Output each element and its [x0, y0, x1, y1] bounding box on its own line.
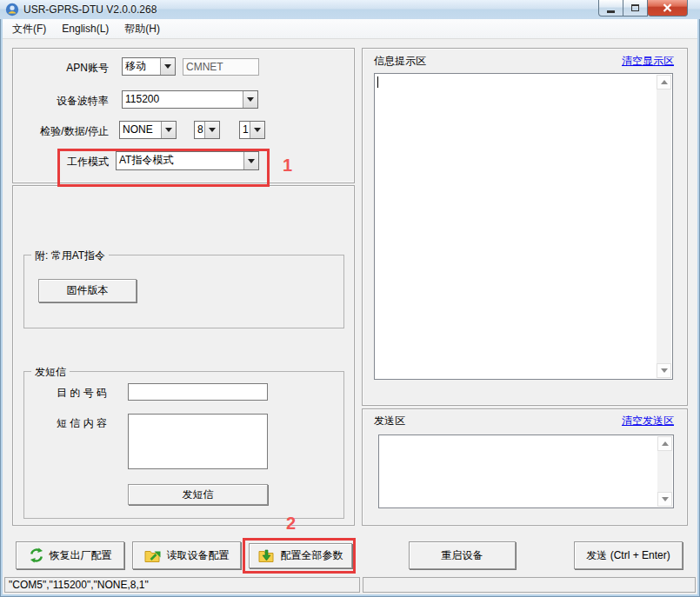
- baud-select[interactable]: 115200: [122, 90, 258, 109]
- triangle-up-icon: [662, 441, 669, 446]
- menu-help[interactable]: 帮助(H): [117, 19, 168, 39]
- annotation-number-2: 2: [286, 514, 296, 534]
- restart-device-button[interactable]: 重启设备: [409, 541, 516, 569]
- chevron-down-icon: [209, 128, 216, 132]
- databits-dropdown-button[interactable]: [204, 122, 219, 138]
- restore-factory-button[interactable]: 恢复出厂配置: [16, 541, 124, 569]
- title-bar: USR-GPRS-DTU V2.0.0.268: [0, 0, 700, 19]
- folder-import-icon: [258, 548, 276, 563]
- databits-select-value: 8: [195, 122, 204, 138]
- clear-info-link[interactable]: 清空显示区: [622, 54, 674, 69]
- stopbits-select[interactable]: 1: [239, 121, 265, 139]
- info-panel-title: 信息提示区: [374, 54, 426, 69]
- text-caret: [377, 76, 378, 88]
- clear-send-link[interactable]: 清空发送区: [622, 414, 674, 428]
- parity-select-value: NONE: [120, 122, 161, 138]
- apn-code-field[interactable]: CMNET: [183, 58, 259, 76]
- parity-select[interactable]: NONE: [119, 121, 177, 139]
- sms-group-title: 发短信: [31, 365, 70, 380]
- baud-select-value: 115200: [123, 91, 243, 108]
- scroll-up-button[interactable]: [657, 75, 671, 90]
- menu-bar: 文件(F) English(L) 帮助(H): [3, 19, 697, 39]
- triangle-down-icon: [662, 497, 669, 501]
- send-button-label: 发送 (Ctrl + Enter): [586, 548, 670, 563]
- client-area: APN账号 移动 CMNET 设备波特率 115200 检验/数据/停止 NON…: [3, 39, 697, 575]
- sms-send-label: 发短信: [183, 488, 214, 502]
- send-scrollbar[interactable]: [657, 436, 672, 507]
- sms-phone-input[interactable]: [128, 383, 268, 401]
- maximize-button[interactable]: [623, 0, 648, 17]
- stopbits-dropdown-button[interactable]: [250, 122, 264, 138]
- triangle-up-icon: [661, 80, 668, 84]
- folder-export-icon: [144, 548, 162, 563]
- at-command-group-title: 附: 常用AT指令: [31, 249, 109, 263]
- menu-file[interactable]: 文件(F): [4, 19, 54, 39]
- minimize-button[interactable]: [598, 0, 623, 17]
- window-controls: [598, 0, 688, 17]
- configure-all-label: 配置全部参数: [281, 548, 343, 563]
- info-scrollbar[interactable]: [657, 75, 671, 378]
- sms-phone-label: 目 的 号 码: [57, 386, 107, 401]
- status-extra: [363, 577, 696, 593]
- close-button[interactable]: [648, 0, 688, 17]
- triangle-down-icon: [661, 368, 668, 373]
- status-bar: "COM5","115200","NONE,8,1": [3, 575, 697, 594]
- restore-factory-label: 恢复出厂配置: [50, 548, 112, 563]
- window-title: USR-GPRS-DTU V2.0.0.268: [23, 3, 157, 16]
- read-config-button[interactable]: 读取设备配置: [132, 541, 241, 569]
- close-icon: [663, 3, 672, 12]
- apn-select-value: 移动: [123, 58, 160, 75]
- send-panel-title: 发送区: [374, 414, 405, 428]
- info-display-area[interactable]: [374, 73, 673, 380]
- configure-all-button[interactable]: 配置全部参数: [249, 543, 352, 568]
- apn-dropdown-button[interactable]: [160, 58, 175, 75]
- status-connection: "COM5","115200","NONE,8,1": [4, 577, 360, 593]
- baud-label: 设备波特率: [22, 94, 109, 109]
- apn-select[interactable]: 移动: [122, 57, 176, 76]
- scroll-down-button[interactable]: [657, 363, 671, 378]
- send-input-area[interactable]: [378, 434, 674, 508]
- send-button[interactable]: 发送 (Ctrl + Enter): [574, 541, 683, 569]
- stopbits-select-value: 1: [240, 122, 250, 138]
- chevron-down-icon: [165, 128, 172, 132]
- scroll-down-button[interactable]: [657, 492, 672, 507]
- chevron-down-icon: [254, 128, 261, 132]
- sms-send-button[interactable]: 发短信: [128, 484, 268, 505]
- parity-label: 检验/数据/停止: [11, 124, 109, 139]
- baud-dropdown-button[interactable]: [243, 91, 257, 108]
- databits-select[interactable]: 8: [194, 121, 220, 139]
- annotation-box-1: [57, 149, 270, 187]
- app-window: USR-GPRS-DTU V2.0.0.268 文件(F) English(L)…: [0, 0, 700, 597]
- app-icon: [5, 3, 19, 17]
- firmware-version-button[interactable]: 固件版本: [38, 279, 137, 302]
- restart-device-label: 重启设备: [442, 548, 483, 563]
- parity-dropdown-button[interactable]: [161, 122, 176, 138]
- sms-content-textarea[interactable]: [128, 414, 268, 469]
- annotation-number-1: 1: [283, 156, 292, 176]
- sms-content-label: 短 信 内 容: [57, 416, 107, 431]
- chevron-down-icon: [164, 64, 171, 69]
- recycle-arrows-icon: [29, 547, 44, 563]
- apn-label: APN账号: [22, 61, 109, 76]
- maximize-icon: [631, 4, 639, 11]
- menu-english[interactable]: English(L): [54, 20, 117, 37]
- read-config-label: 读取设备配置: [167, 548, 230, 563]
- firmware-version-label: 固件版本: [67, 283, 109, 298]
- chevron-down-icon: [247, 97, 254, 102]
- scroll-up-button[interactable]: [657, 436, 672, 451]
- minimize-icon: [607, 10, 615, 13]
